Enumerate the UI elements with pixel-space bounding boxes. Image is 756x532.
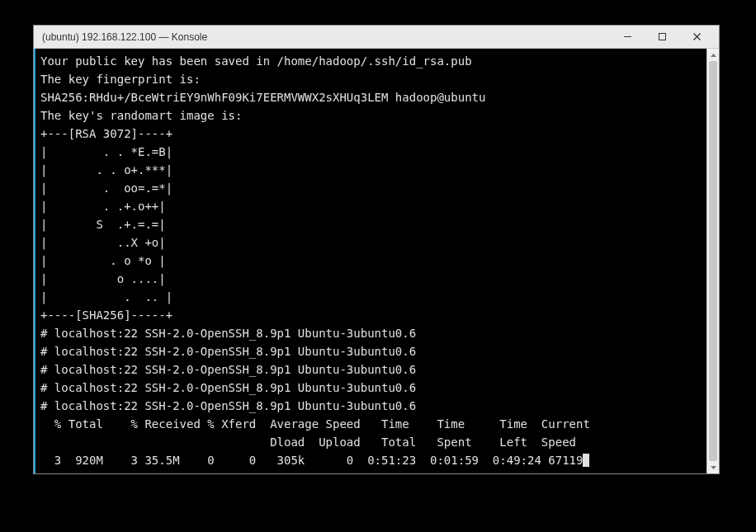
minimize-icon bbox=[623, 32, 632, 41]
terminal-line: | . . *E.=B| bbox=[40, 145, 172, 158]
terminal-line: | . o *o | bbox=[40, 254, 166, 267]
terminal-area: Your public key has been saved in /home/… bbox=[34, 49, 719, 473]
terminal-line: # localhost:22 SSH-2.0-OpenSSH_8.9p1 Ubu… bbox=[40, 327, 416, 340]
terminal-line: | o ....| bbox=[40, 272, 166, 285]
terminal-line: The key's randomart image is: bbox=[40, 109, 242, 122]
terminal-line: # localhost:22 SSH-2.0-OpenSSH_8.9p1 Ubu… bbox=[40, 345, 416, 358]
terminal-line: | ..X +o| bbox=[40, 236, 166, 249]
terminal-line: | . .. | bbox=[40, 290, 172, 304]
terminal-line: Dload Upload Total Spent Left Speed bbox=[40, 435, 576, 449]
scroll-down-arrow[interactable] bbox=[707, 461, 719, 473]
scroll-thumb[interactable] bbox=[709, 61, 717, 461]
terminal-line: Your public key has been saved in /home/… bbox=[40, 54, 472, 68]
terminal-line: # localhost:22 SSH-2.0-OpenSSH_8.9p1 Ubu… bbox=[40, 363, 416, 376]
window-controls bbox=[610, 26, 714, 48]
terminal-line: +---[RSA 3072]----+ bbox=[40, 127, 172, 140]
terminal-line: % Total % Received % Xferd Average Speed… bbox=[40, 417, 590, 431]
terminal-cursor bbox=[583, 454, 589, 467]
terminal-line: | . .+.o++| bbox=[40, 200, 166, 213]
terminal-line: # localhost:22 SSH-2.0-OpenSSH_8.9p1 Ubu… bbox=[40, 399, 416, 412]
maximize-icon bbox=[658, 32, 667, 41]
scrollbar[interactable] bbox=[706, 49, 719, 473]
close-button[interactable] bbox=[679, 26, 714, 48]
close-icon bbox=[692, 32, 702, 41]
scroll-up-arrow[interactable] bbox=[707, 49, 719, 61]
terminal-line: | . oo=.=*| bbox=[40, 181, 172, 195]
svg-rect-1 bbox=[659, 34, 665, 40]
minimize-button[interactable] bbox=[610, 26, 645, 48]
terminal-line: The key fingerprint is: bbox=[40, 73, 201, 86]
terminal[interactable]: Your public key has been saved in /home/… bbox=[35, 49, 706, 473]
terminal-line: +----[SHA256]-----+ bbox=[40, 308, 172, 322]
terminal-output: Your public key has been saved in /home/… bbox=[40, 52, 702, 469]
chevron-down-icon bbox=[711, 466, 716, 469]
terminal-line: SHA256:RHdu+/BceWtriEY9nWhF09Ki7EERMVWWX… bbox=[40, 91, 485, 104]
terminal-line: # localhost:22 SSH-2.0-OpenSSH_8.9p1 Ubu… bbox=[40, 381, 416, 394]
titlebar[interactable]: (ubuntu) 192.168.122.100 — Konsole bbox=[34, 26, 719, 49]
chevron-up-icon bbox=[711, 54, 716, 57]
window-title: (ubuntu) 192.168.122.100 — Konsole bbox=[39, 31, 610, 43]
terminal-line: | . . o+.***| bbox=[40, 163, 172, 177]
konsole-window: (ubuntu) 192.168.122.100 — Konsole Your … bbox=[33, 25, 720, 474]
terminal-line: | S .+.=.=| bbox=[40, 218, 166, 231]
scroll-track[interactable] bbox=[707, 61, 719, 461]
maximize-button[interactable] bbox=[645, 26, 679, 48]
terminal-line: 3 920M 3 35.5M 0 0 305k 0 0:51:23 0:01:5… bbox=[40, 454, 583, 467]
